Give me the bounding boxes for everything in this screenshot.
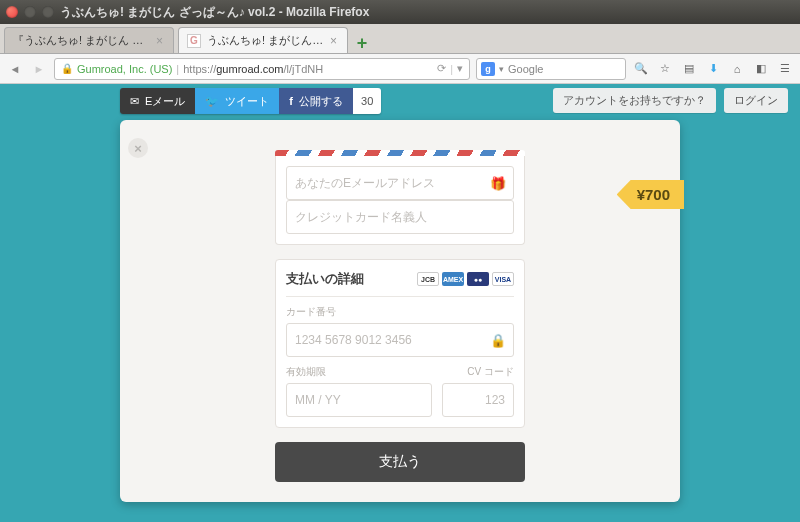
cvc-field[interactable] bbox=[442, 383, 514, 417]
lock-icon: 🔒 bbox=[61, 63, 73, 74]
search-bar[interactable]: g ▾ Google bbox=[476, 58, 626, 80]
close-checkout-button[interactable]: × bbox=[128, 138, 148, 158]
facebook-share-button[interactable]: f 公開する bbox=[279, 88, 353, 114]
email-share-button[interactable]: ✉ Eメール bbox=[120, 88, 195, 114]
close-icon[interactable]: × bbox=[330, 34, 337, 48]
mail-icon: ✉ bbox=[130, 95, 139, 108]
bookmark-star-icon[interactable]: ☆ bbox=[656, 60, 674, 78]
window-minimize-icon[interactable] bbox=[24, 6, 36, 18]
window-titlebar: うぶんちゅ! まがじん ざっぱ～ん♪ vol.2 - Mozilla Firef… bbox=[0, 0, 800, 24]
cardholder-name-field[interactable] bbox=[286, 200, 514, 234]
pay-button[interactable]: 支払う bbox=[275, 442, 525, 482]
favicon-icon: G bbox=[187, 34, 201, 48]
facebook-icon: f bbox=[289, 95, 293, 107]
checkout-card: ¥700 🎁 支払いの詳細 JCB AMEX ●● VISA bbox=[120, 120, 680, 502]
lock-icon: 🔒 bbox=[490, 333, 506, 348]
card-number-field[interactable] bbox=[286, 323, 514, 357]
new-tab-button[interactable]: + bbox=[352, 33, 372, 53]
download-icon[interactable]: ⬇ bbox=[704, 60, 722, 78]
twitter-icon: 🐦 bbox=[205, 95, 219, 108]
tab-label: 『うぶんちゅ! まがじん ざ… bbox=[13, 33, 150, 48]
forward-button[interactable]: ► bbox=[30, 60, 48, 78]
share-bar: ✉ Eメール 🐦 ツイート f 公開する 30 bbox=[120, 88, 381, 114]
cvc-label: CV コード bbox=[442, 365, 514, 379]
url-text: https://gumroad.com/l/jTdNH bbox=[183, 63, 323, 75]
login-button[interactable]: ログイン bbox=[724, 88, 788, 113]
bookmarks-list-icon[interactable]: ▤ bbox=[680, 60, 698, 78]
visa-icon: VISA bbox=[492, 272, 514, 286]
close-icon[interactable]: × bbox=[156, 34, 163, 48]
home-icon[interactable]: ⌂ bbox=[728, 60, 746, 78]
gift-icon[interactable]: 🎁 bbox=[490, 176, 506, 191]
nav-toolbar: ◄ ► 🔒 Gumroad, Inc. (US) | https://gumro… bbox=[0, 54, 800, 84]
card-number-label: カード番号 bbox=[286, 305, 514, 319]
card-brand-icons: JCB AMEX ●● VISA bbox=[417, 272, 514, 286]
account-prompt-button[interactable]: アカウントをお持ちですか？ bbox=[553, 88, 716, 113]
tab-label: うぶんちゅ! まがじん … bbox=[207, 33, 324, 48]
window-title: うぶんちゅ! まがじん ざっぱ～ん♪ vol.2 - Mozilla Firef… bbox=[60, 4, 369, 21]
google-icon: g bbox=[481, 62, 495, 76]
browser-tab-active[interactable]: G うぶんちゅ! まがじん … × bbox=[178, 27, 348, 53]
search-icon[interactable]: 🔍 bbox=[632, 60, 650, 78]
dropdown-icon[interactable]: ▾ bbox=[457, 62, 463, 75]
email-field[interactable] bbox=[286, 166, 514, 200]
payment-box: 支払いの詳細 JCB AMEX ●● VISA カード番号 🔒 有効期限 bbox=[275, 259, 525, 428]
payment-details-title: 支払いの詳細 bbox=[286, 270, 364, 288]
tweet-button[interactable]: 🐦 ツイート bbox=[195, 88, 279, 114]
price-tag: ¥700 bbox=[617, 180, 684, 209]
browser-tab-inactive[interactable]: 『うぶんちゅ! まがじん ざ… × bbox=[4, 27, 174, 53]
mastercard-icon: ●● bbox=[467, 272, 489, 286]
window-maximize-icon[interactable] bbox=[42, 6, 54, 18]
menu-icon[interactable]: ☰ bbox=[776, 60, 794, 78]
addons-icon[interactable]: ◧ bbox=[752, 60, 770, 78]
reload-icon[interactable]: ⟳ bbox=[437, 62, 446, 75]
site-identity: Gumroad, Inc. (US) bbox=[77, 63, 172, 75]
window-close-icon[interactable] bbox=[6, 6, 18, 18]
expiry-field[interactable] bbox=[286, 383, 432, 417]
tab-strip: 『うぶんちゅ! まがじん ざ… × G うぶんちゅ! まがじん … × + bbox=[0, 24, 800, 54]
page-viewport: ✉ Eメール 🐦 ツイート f 公開する 30 アカウントをお持ちですか？ ログ… bbox=[0, 84, 800, 522]
share-count: 30 bbox=[353, 88, 381, 114]
back-button[interactable]: ◄ bbox=[6, 60, 24, 78]
amex-icon: AMEX bbox=[442, 272, 464, 286]
contact-box: 🎁 bbox=[275, 156, 525, 245]
expiry-label: 有効期限 bbox=[286, 365, 432, 379]
address-bar[interactable]: 🔒 Gumroad, Inc. (US) | https://gumroad.c… bbox=[54, 58, 470, 80]
search-placeholder: Google bbox=[508, 63, 543, 75]
top-actions: アカウントをお持ちですか？ ログイン bbox=[553, 88, 788, 113]
jcb-icon: JCB bbox=[417, 272, 439, 286]
